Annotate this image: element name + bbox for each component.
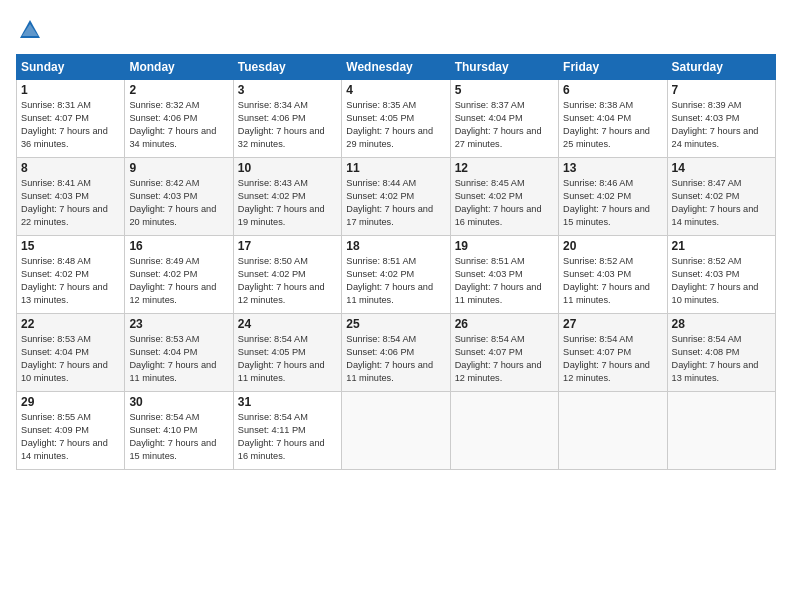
sunset-label: Sunset: 4:04 PM	[563, 113, 631, 123]
day-info: Sunrise: 8:48 AM Sunset: 4:02 PM Dayligh…	[21, 255, 120, 307]
day-info: Sunrise: 8:34 AM Sunset: 4:06 PM Dayligh…	[238, 99, 337, 151]
day-number: 29	[21, 395, 120, 409]
calendar-cell: 3 Sunrise: 8:34 AM Sunset: 4:06 PM Dayli…	[233, 80, 341, 158]
daylight-label: Daylight: 7 hours and 22 minutes.	[21, 204, 108, 227]
day-number: 30	[129, 395, 228, 409]
sunrise-label: Sunrise: 8:49 AM	[129, 256, 199, 266]
sunrise-label: Sunrise: 8:51 AM	[346, 256, 416, 266]
sunset-label: Sunset: 4:04 PM	[455, 113, 523, 123]
calendar-cell: 7 Sunrise: 8:39 AM Sunset: 4:03 PM Dayli…	[667, 80, 775, 158]
sunrise-label: Sunrise: 8:42 AM	[129, 178, 199, 188]
daylight-label: Daylight: 7 hours and 12 minutes.	[563, 360, 650, 383]
calendar-cell: 28 Sunrise: 8:54 AM Sunset: 4:08 PM Dayl…	[667, 314, 775, 392]
day-info: Sunrise: 8:43 AM Sunset: 4:02 PM Dayligh…	[238, 177, 337, 229]
sunrise-label: Sunrise: 8:53 AM	[21, 334, 91, 344]
calendar-cell: 5 Sunrise: 8:37 AM Sunset: 4:04 PM Dayli…	[450, 80, 558, 158]
day-number: 15	[21, 239, 120, 253]
day-info: Sunrise: 8:54 AM Sunset: 4:05 PM Dayligh…	[238, 333, 337, 385]
daylight-label: Daylight: 7 hours and 36 minutes.	[21, 126, 108, 149]
daylight-label: Daylight: 7 hours and 12 minutes.	[238, 282, 325, 305]
sunrise-label: Sunrise: 8:54 AM	[238, 334, 308, 344]
day-number: 1	[21, 83, 120, 97]
sunrise-label: Sunrise: 8:54 AM	[672, 334, 742, 344]
sunset-label: Sunset: 4:02 PM	[346, 269, 414, 279]
day-info: Sunrise: 8:35 AM Sunset: 4:05 PM Dayligh…	[346, 99, 445, 151]
svg-marker-1	[22, 24, 38, 36]
sunset-label: Sunset: 4:07 PM	[563, 347, 631, 357]
sunset-label: Sunset: 4:03 PM	[21, 191, 89, 201]
sunrise-label: Sunrise: 8:31 AM	[21, 100, 91, 110]
day-number: 22	[21, 317, 120, 331]
day-number: 19	[455, 239, 554, 253]
calendar-week-5: 29 Sunrise: 8:55 AM Sunset: 4:09 PM Dayl…	[17, 392, 776, 470]
header-thursday: Thursday	[450, 55, 558, 80]
header-monday: Monday	[125, 55, 233, 80]
day-number: 25	[346, 317, 445, 331]
sunset-label: Sunset: 4:07 PM	[21, 113, 89, 123]
sunset-label: Sunset: 4:02 PM	[346, 191, 414, 201]
sunrise-label: Sunrise: 8:51 AM	[455, 256, 525, 266]
day-info: Sunrise: 8:42 AM Sunset: 4:03 PM Dayligh…	[129, 177, 228, 229]
sunrise-label: Sunrise: 8:41 AM	[21, 178, 91, 188]
day-number: 26	[455, 317, 554, 331]
sunset-label: Sunset: 4:06 PM	[129, 113, 197, 123]
header	[16, 16, 776, 44]
calendar-cell: 10 Sunrise: 8:43 AM Sunset: 4:02 PM Dayl…	[233, 158, 341, 236]
calendar-cell: 16 Sunrise: 8:49 AM Sunset: 4:02 PM Dayl…	[125, 236, 233, 314]
sunrise-label: Sunrise: 8:43 AM	[238, 178, 308, 188]
day-number: 13	[563, 161, 662, 175]
day-info: Sunrise: 8:54 AM Sunset: 4:11 PM Dayligh…	[238, 411, 337, 463]
calendar-week-2: 8 Sunrise: 8:41 AM Sunset: 4:03 PM Dayli…	[17, 158, 776, 236]
calendar-cell: 17 Sunrise: 8:50 AM Sunset: 4:02 PM Dayl…	[233, 236, 341, 314]
sunset-label: Sunset: 4:05 PM	[238, 347, 306, 357]
daylight-label: Daylight: 7 hours and 11 minutes.	[455, 282, 542, 305]
daylight-label: Daylight: 7 hours and 13 minutes.	[21, 282, 108, 305]
header-tuesday: Tuesday	[233, 55, 341, 80]
sunset-label: Sunset: 4:04 PM	[21, 347, 89, 357]
day-info: Sunrise: 8:53 AM Sunset: 4:04 PM Dayligh…	[21, 333, 120, 385]
calendar-cell: 29 Sunrise: 8:55 AM Sunset: 4:09 PM Dayl…	[17, 392, 125, 470]
daylight-label: Daylight: 7 hours and 24 minutes.	[672, 126, 759, 149]
calendar-cell: 4 Sunrise: 8:35 AM Sunset: 4:05 PM Dayli…	[342, 80, 450, 158]
calendar-week-4: 22 Sunrise: 8:53 AM Sunset: 4:04 PM Dayl…	[17, 314, 776, 392]
day-number: 23	[129, 317, 228, 331]
day-info: Sunrise: 8:54 AM Sunset: 4:10 PM Dayligh…	[129, 411, 228, 463]
calendar-cell: 30 Sunrise: 8:54 AM Sunset: 4:10 PM Dayl…	[125, 392, 233, 470]
daylight-label: Daylight: 7 hours and 15 minutes.	[129, 438, 216, 461]
calendar-cell: 1 Sunrise: 8:31 AM Sunset: 4:07 PM Dayli…	[17, 80, 125, 158]
sunset-label: Sunset: 4:03 PM	[455, 269, 523, 279]
calendar-cell: 27 Sunrise: 8:54 AM Sunset: 4:07 PM Dayl…	[559, 314, 667, 392]
daylight-label: Daylight: 7 hours and 29 minutes.	[346, 126, 433, 149]
calendar-header-row: SundayMondayTuesdayWednesdayThursdayFrid…	[17, 55, 776, 80]
sunset-label: Sunset: 4:07 PM	[455, 347, 523, 357]
calendar-cell: 22 Sunrise: 8:53 AM Sunset: 4:04 PM Dayl…	[17, 314, 125, 392]
sunset-label: Sunset: 4:06 PM	[346, 347, 414, 357]
sunset-label: Sunset: 4:03 PM	[672, 113, 740, 123]
sunrise-label: Sunrise: 8:47 AM	[672, 178, 742, 188]
daylight-label: Daylight: 7 hours and 19 minutes.	[238, 204, 325, 227]
calendar-cell: 14 Sunrise: 8:47 AM Sunset: 4:02 PM Dayl…	[667, 158, 775, 236]
day-number: 27	[563, 317, 662, 331]
calendar-cell: 31 Sunrise: 8:54 AM Sunset: 4:11 PM Dayl…	[233, 392, 341, 470]
daylight-label: Daylight: 7 hours and 14 minutes.	[672, 204, 759, 227]
day-info: Sunrise: 8:50 AM Sunset: 4:02 PM Dayligh…	[238, 255, 337, 307]
day-number: 18	[346, 239, 445, 253]
calendar-cell	[667, 392, 775, 470]
sunset-label: Sunset: 4:10 PM	[129, 425, 197, 435]
daylight-label: Daylight: 7 hours and 11 minutes.	[346, 360, 433, 383]
day-number: 2	[129, 83, 228, 97]
sunrise-label: Sunrise: 8:53 AM	[129, 334, 199, 344]
calendar-cell: 11 Sunrise: 8:44 AM Sunset: 4:02 PM Dayl…	[342, 158, 450, 236]
sunrise-label: Sunrise: 8:38 AM	[563, 100, 633, 110]
day-number: 31	[238, 395, 337, 409]
sunrise-label: Sunrise: 8:44 AM	[346, 178, 416, 188]
day-info: Sunrise: 8:52 AM Sunset: 4:03 PM Dayligh…	[563, 255, 662, 307]
calendar-cell: 20 Sunrise: 8:52 AM Sunset: 4:03 PM Dayl…	[559, 236, 667, 314]
calendar-cell: 23 Sunrise: 8:53 AM Sunset: 4:04 PM Dayl…	[125, 314, 233, 392]
calendar-cell: 24 Sunrise: 8:54 AM Sunset: 4:05 PM Dayl…	[233, 314, 341, 392]
sunset-label: Sunset: 4:02 PM	[21, 269, 89, 279]
calendar-cell: 6 Sunrise: 8:38 AM Sunset: 4:04 PM Dayli…	[559, 80, 667, 158]
sunrise-label: Sunrise: 8:45 AM	[455, 178, 525, 188]
daylight-label: Daylight: 7 hours and 14 minutes.	[21, 438, 108, 461]
day-info: Sunrise: 8:53 AM Sunset: 4:04 PM Dayligh…	[129, 333, 228, 385]
